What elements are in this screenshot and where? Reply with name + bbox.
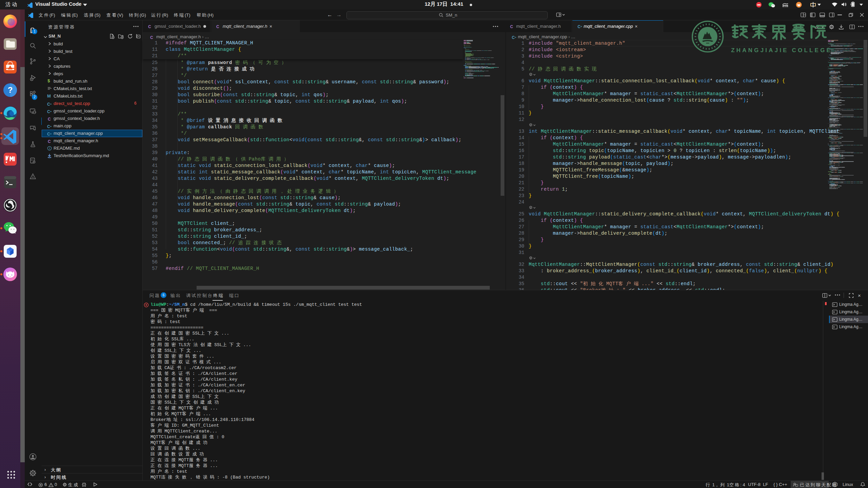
svg-text:?: ?	[8, 85, 13, 94]
